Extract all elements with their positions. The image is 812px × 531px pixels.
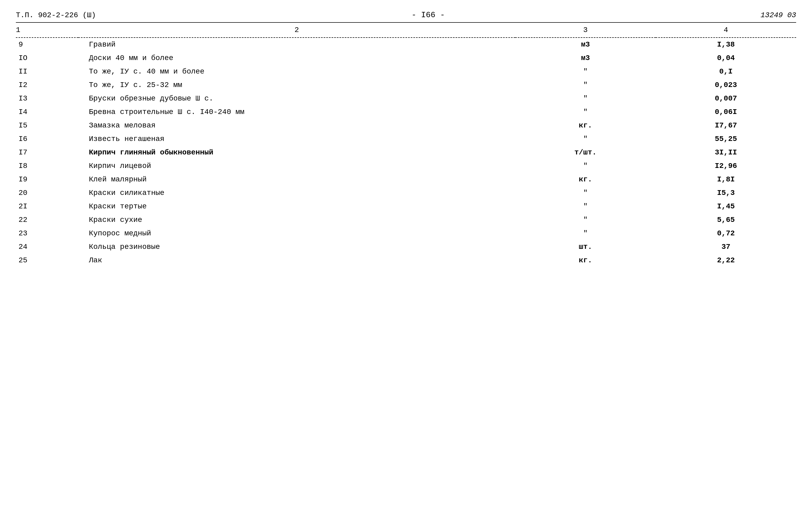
row-description: Гравий <box>78 38 515 51</box>
row-number: 2I <box>16 200 78 213</box>
row-unit: м3 <box>515 38 656 51</box>
table-row: 25Лаккг.2,22 <box>16 254 796 267</box>
row-value: 0,023 <box>656 78 796 92</box>
header-right: 13249 03 <box>761 11 796 19</box>
row-value: I,8I <box>656 173 796 186</box>
row-value: I,38 <box>656 38 796 51</box>
row-unit: т/шт. <box>515 146 656 159</box>
row-description: То же, IУ с. 25-32 мм <box>78 78 515 92</box>
table-row: 22Краски сухие"5,65 <box>16 213 796 227</box>
page-header: Т.П. 902-2-226 (Ш) - I66 - 13249 03 <box>16 11 796 19</box>
row-value: I2,96 <box>656 159 796 173</box>
row-description: Кирпич глиняный обыкновенный <box>78 146 515 159</box>
header-left: Т.П. 902-2-226 (Ш) <box>16 11 96 19</box>
row-unit: шт. <box>515 240 656 254</box>
row-value: 3I,II <box>656 146 796 159</box>
row-description: Клей малярный <box>78 173 515 186</box>
row-number: 24 <box>16 240 78 254</box>
row-value: 0,04 <box>656 51 796 65</box>
row-number: I6 <box>16 132 78 146</box>
col-header-3: 3 <box>515 23 656 38</box>
row-unit: " <box>515 227 656 240</box>
table-row: 20Краски силикатные"I5,3 <box>16 186 796 200</box>
row-number: I7 <box>16 146 78 159</box>
row-value: 55,25 <box>656 132 796 146</box>
header-center: - I66 - <box>411 11 445 19</box>
row-description: Краски тертые <box>78 200 515 213</box>
row-description: Краски силикатные <box>78 186 515 200</box>
row-value: 2,22 <box>656 254 796 267</box>
row-number: I9 <box>16 173 78 186</box>
row-unit: " <box>515 200 656 213</box>
row-unit: " <box>515 186 656 200</box>
row-unit: " <box>515 65 656 78</box>
row-unit: " <box>515 78 656 92</box>
row-unit: " <box>515 105 656 119</box>
col-header-2: 2 <box>78 23 515 38</box>
table-row: I6Известь негашеная"55,25 <box>16 132 796 146</box>
row-value: 0,72 <box>656 227 796 240</box>
row-value: 0,I <box>656 65 796 78</box>
row-unit: кг. <box>515 119 656 132</box>
table-row: I9Клей малярныйкг.I,8I <box>16 173 796 186</box>
row-number: II <box>16 65 78 78</box>
row-description: Замазка меловая <box>78 119 515 132</box>
row-description: Кольца резиновые <box>78 240 515 254</box>
row-number: IO <box>16 51 78 65</box>
table-row: 2IКраски тертые"I,45 <box>16 200 796 213</box>
row-value: I5,3 <box>656 186 796 200</box>
row-unit: м3 <box>515 51 656 65</box>
row-value: 5,65 <box>656 213 796 227</box>
row-number: 25 <box>16 254 78 267</box>
row-number: 22 <box>16 213 78 227</box>
row-unit: " <box>515 92 656 105</box>
row-number: 23 <box>16 227 78 240</box>
table-row: I3Бруски обрезные дубовые Ш с."0,007 <box>16 92 796 105</box>
row-number: 9 <box>16 38 78 51</box>
row-value: I,45 <box>656 200 796 213</box>
main-table-container: 1 2 3 4 9Гравийм3I,38IOДоски 40 мм и бол… <box>16 22 796 267</box>
row-description: Известь негашеная <box>78 132 515 146</box>
row-description: То же, IУ с. 40 мм и более <box>78 65 515 78</box>
table-row: I5Замазка меловаякг.I7,67 <box>16 119 796 132</box>
row-description: Доски 40 мм и более <box>78 51 515 65</box>
table-row: 23Купорос медный"0,72 <box>16 227 796 240</box>
column-headers: 1 2 3 4 <box>16 23 796 38</box>
row-description: Купорос медный <box>78 227 515 240</box>
row-unit: " <box>515 159 656 173</box>
row-unit: кг. <box>515 254 656 267</box>
table-row: I4Бревна строительные Ш с. I40-240 мм"0,… <box>16 105 796 119</box>
row-description: Лак <box>78 254 515 267</box>
row-number: 20 <box>16 186 78 200</box>
table-row: 24Кольца резиновыешт.37 <box>16 240 796 254</box>
row-number: I2 <box>16 78 78 92</box>
row-value: 0,06I <box>656 105 796 119</box>
row-value: 0,007 <box>656 92 796 105</box>
data-table: 1 2 3 4 9Гравийм3I,38IOДоски 40 мм и бол… <box>16 22 796 267</box>
col-header-1: 1 <box>16 23 78 38</box>
table-row: IIТо же, IУ с. 40 мм и более"0,I <box>16 65 796 78</box>
row-description: Кирпич лицевой <box>78 159 515 173</box>
row-description: Краски сухие <box>78 213 515 227</box>
row-description: Бревна строительные Ш с. I40-240 мм <box>78 105 515 119</box>
row-value: 37 <box>656 240 796 254</box>
table-row: I8Кирпич лицевой"I2,96 <box>16 159 796 173</box>
row-unit: кг. <box>515 173 656 186</box>
row-description: Бруски обрезные дубовые Ш с. <box>78 92 515 105</box>
row-unit: " <box>515 132 656 146</box>
row-number: I8 <box>16 159 78 173</box>
table-row: I7Кирпич глиняный обыкновенныйт/шт.3I,II <box>16 146 796 159</box>
row-number: I3 <box>16 92 78 105</box>
table-row: 9Гравийм3I,38 <box>16 38 796 51</box>
row-value: I7,67 <box>656 119 796 132</box>
row-number: I4 <box>16 105 78 119</box>
col-header-4: 4 <box>656 23 796 38</box>
table-row: IOДоски 40 мм и болеем30,04 <box>16 51 796 65</box>
row-unit: " <box>515 213 656 227</box>
table-row: I2То же, IУ с. 25-32 мм"0,023 <box>16 78 796 92</box>
row-number: I5 <box>16 119 78 132</box>
